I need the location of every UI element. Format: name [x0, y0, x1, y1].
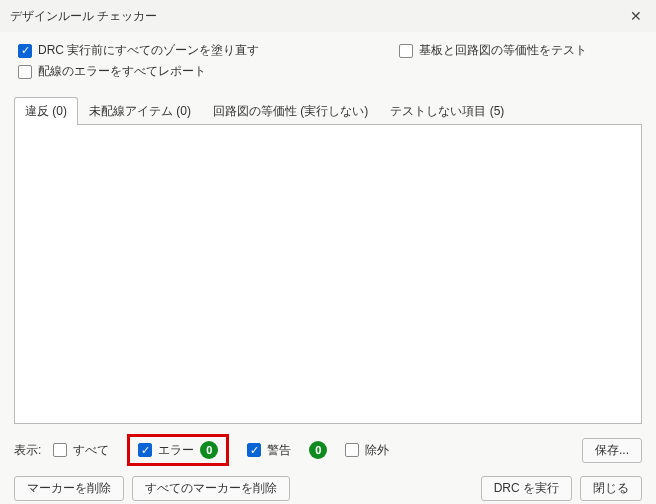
save-button[interactable]: 保存...	[582, 438, 642, 463]
filter-errors-label: エラー	[158, 442, 194, 459]
checkbox-icon	[18, 44, 32, 58]
filter-warnings-checkbox[interactable]: 警告	[247, 442, 291, 459]
checkbox-icon	[345, 443, 359, 457]
tab-violations-label: 違反 (0)	[25, 104, 67, 118]
close-icon[interactable]: ✕	[626, 6, 646, 26]
window-title: デザインルール チェッカー	[10, 8, 157, 25]
checkbox-icon	[247, 443, 261, 457]
filter-warnings-label: 警告	[267, 442, 291, 459]
close-button[interactable]: 閉じる	[580, 476, 642, 501]
filter-errors-checkbox[interactable]: エラー	[138, 442, 194, 459]
checkbox-icon	[53, 443, 67, 457]
test-parity-label: 基板と回路図の等価性をテスト	[419, 42, 587, 59]
button-row: マーカーを削除 すべてのマーカーを削除 DRC を実行 閉じる	[14, 476, 642, 501]
footer: 表示: すべて エラー 0 警告 0 除外 保存... マーカーを削除 すべての…	[0, 424, 656, 501]
test-parity-checkbox[interactable]: 基板と回路図の等価性をテスト	[399, 42, 587, 59]
delete-all-markers-button[interactable]: すべてのマーカーを削除	[132, 476, 290, 501]
tab-excluded-label: テストしない項目 (5)	[390, 104, 504, 118]
tab-parity[interactable]: 回路図の等価性 (実行しない)	[202, 97, 379, 125]
run-drc-button[interactable]: DRC を実行	[481, 476, 572, 501]
tab-excluded[interactable]: テストしない項目 (5)	[379, 97, 515, 125]
errors-count-badge: 0	[200, 441, 218, 459]
errors-highlight-box: エラー 0	[127, 434, 229, 466]
report-all-track-checkbox[interactable]: 配線のエラーをすべてレポート	[18, 63, 206, 80]
checkbox-icon	[399, 44, 413, 58]
filter-all-label: すべて	[73, 442, 109, 459]
tab-violations[interactable]: 違反 (0)	[14, 97, 78, 125]
tab-unrouted[interactable]: 未配線アイテム (0)	[78, 97, 202, 125]
filter-exclusions-label: 除外	[365, 442, 389, 459]
report-all-track-label: 配線のエラーをすべてレポート	[38, 63, 206, 80]
filter-row: 表示: すべて エラー 0 警告 0 除外 保存...	[14, 434, 642, 466]
delete-marker-button[interactable]: マーカーを削除	[14, 476, 124, 501]
refill-zones-label: DRC 実行前にすべてのゾーンを塗り直す	[38, 42, 259, 59]
show-label: 表示:	[14, 442, 41, 459]
tab-bar: 違反 (0) 未配線アイテム (0) 回路図の等価性 (実行しない) テストしな…	[14, 96, 642, 124]
results-list[interactable]	[14, 124, 642, 424]
warnings-count-badge: 0	[309, 441, 327, 459]
filter-all-checkbox[interactable]: すべて	[53, 442, 109, 459]
checkbox-icon	[18, 65, 32, 79]
options-panel: DRC 実行前にすべてのゾーンを塗り直す 基板と回路図の等価性をテスト 配線のエ…	[0, 32, 656, 86]
tab-unrouted-label: 未配線アイテム (0)	[89, 104, 191, 118]
checkbox-icon	[138, 443, 152, 457]
tab-parity-label: 回路図の等価性 (実行しない)	[213, 104, 368, 118]
filter-exclusions-checkbox[interactable]: 除外	[345, 442, 389, 459]
refill-zones-checkbox[interactable]: DRC 実行前にすべてのゾーンを塗り直す	[18, 42, 259, 59]
titlebar: デザインルール チェッカー ✕	[0, 0, 656, 32]
